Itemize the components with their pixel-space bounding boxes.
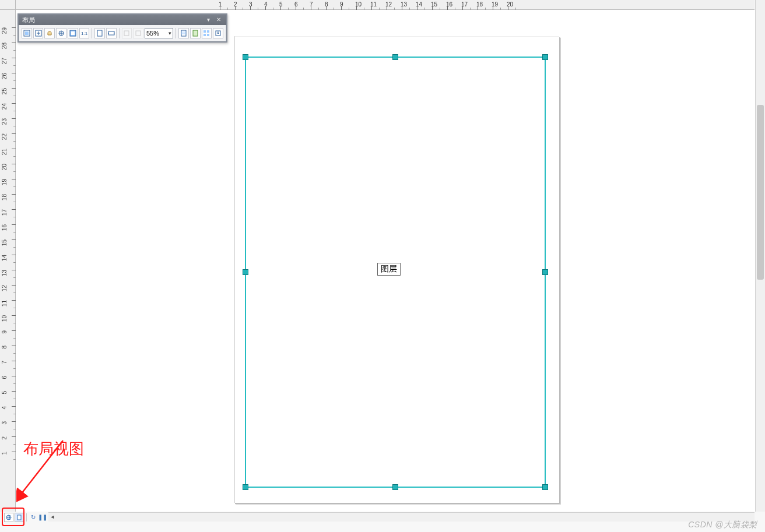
- handle-left[interactable]: [243, 269, 248, 275]
- svg-rect-10: [108, 31, 114, 35]
- layout-canvas[interactable]: 图层: [16, 10, 755, 512]
- svg-rect-12: [136, 31, 141, 36]
- fit-width-button[interactable]: [106, 28, 117, 38]
- ruler-tick: 21: [0, 149, 16, 164]
- ruler-tick: 6: [0, 376, 16, 391]
- zoom-selected-button[interactable]: [68, 28, 78, 38]
- ruler-tick: 16: [0, 224, 16, 239]
- ruler-tick: 8: [326, 0, 341, 10]
- handle-bottom-left[interactable]: [243, 484, 248, 490]
- ruler-tick: 25: [0, 88, 16, 103]
- grid-options-icon: [203, 30, 210, 37]
- one-to-one-icon: 1:1: [80, 30, 87, 37]
- vertical-scrollbar[interactable]: [755, 0, 765, 512]
- ruler-tick: 8: [0, 346, 16, 361]
- ruler-tick: 11: [0, 300, 16, 315]
- page-icon: [16, 515, 22, 520]
- ruler-tick: 3: [0, 421, 16, 436]
- ruler-tick: 5: [0, 391, 16, 406]
- vertical-ruler: 2928272625242322212019181716151413121110…: [0, 10, 16, 512]
- ruler-tick: 22: [0, 133, 16, 149]
- ruler-tick: 19: [493, 0, 508, 10]
- grid-options-button[interactable]: [202, 28, 212, 38]
- export-button[interactable]: [213, 28, 223, 38]
- status-separator: [26, 513, 27, 522]
- ruler-tick: 1: [0, 452, 16, 467]
- panel-body: 1:1 55%: [19, 25, 226, 41]
- ruler-tick: 26: [0, 73, 16, 88]
- ruler-tick: 28: [0, 43, 16, 58]
- handle-bottom-right[interactable]: [542, 484, 548, 490]
- svg-rect-11: [124, 31, 129, 36]
- ruler-tick: 18: [478, 0, 493, 10]
- handle-top-right[interactable]: [542, 54, 548, 60]
- disabled-2-icon: [135, 30, 142, 37]
- ruler-tick: 17: [0, 209, 16, 224]
- page-setup-button[interactable]: [190, 28, 201, 38]
- svg-rect-21: [17, 515, 21, 520]
- horizontal-scrollbar[interactable]: ◄: [48, 512, 755, 522]
- handle-bottom[interactable]: [392, 484, 398, 490]
- ruler-tick: 13: [402, 0, 417, 10]
- svg-rect-14: [193, 30, 198, 36]
- svg-rect-18: [207, 34, 209, 36]
- app-root: 1234567891011121314151617181920 29282726…: [0, 0, 765, 532]
- horizontal-ruler: 1234567891011121314151617181920: [16, 0, 755, 10]
- handle-top[interactable]: [392, 54, 398, 60]
- ruler-tick: 2: [235, 0, 250, 10]
- ruler-tick: 3: [250, 0, 265, 10]
- pan-extent-icon: [23, 30, 30, 37]
- ruler-tick: 24: [0, 103, 16, 118]
- ruler-tick: 14: [417, 0, 432, 10]
- ruler-tick: 17: [462, 0, 478, 10]
- pan-hand-button[interactable]: [44, 28, 55, 38]
- panel-titlebar[interactable]: 布局 ▾ ✕: [19, 15, 226, 25]
- svg-rect-7: [71, 31, 75, 35]
- svg-rect-16: [207, 30, 209, 33]
- zoom-in-icon: [35, 30, 42, 37]
- ruler-tick: 20: [508, 0, 523, 10]
- toolbar-separator: [119, 28, 120, 38]
- vertical-scroll-thumb[interactable]: [757, 105, 764, 280]
- layout-view-button[interactable]: [15, 513, 24, 522]
- pause-icon[interactable]: ❚❚: [38, 513, 47, 522]
- watermark-text: CSDN @大脑袋梨: [688, 520, 757, 530]
- ruler-corner: [0, 0, 16, 10]
- fit-page-icon: [96, 30, 103, 37]
- ruler-tick: 12: [0, 285, 16, 300]
- zoom-select[interactable]: 55%: [145, 28, 173, 38]
- layout-toolbar-panel[interactable]: 布局 ▾ ✕ 1:1: [17, 13, 227, 43]
- zoom-in-button[interactable]: [33, 28, 44, 38]
- data-view-button[interactable]: [4, 513, 13, 522]
- handle-right[interactable]: [542, 269, 548, 275]
- pan-extent-button[interactable]: [22, 28, 32, 38]
- ruler-tick: 15: [0, 239, 16, 255]
- scroll-left-icon[interactable]: ◄: [48, 513, 57, 521]
- svg-rect-15: [203, 30, 206, 33]
- ruler-tick: 10: [0, 315, 16, 330]
- ruler-tick: 9: [0, 330, 16, 346]
- panel-close-icon[interactable]: ✕: [215, 16, 223, 24]
- ruler-tick: 18: [0, 194, 16, 209]
- one-to-one-button[interactable]: 1:1: [79, 28, 90, 38]
- zoom-selected-icon: [69, 30, 76, 37]
- ruler-tick: 10: [356, 0, 371, 10]
- export-icon: [215, 30, 222, 37]
- toggle-guides-button[interactable]: [178, 28, 189, 38]
- refresh-icon[interactable]: ↻: [29, 513, 37, 522]
- disabled-button-2: [133, 28, 143, 38]
- panel-menu-icon[interactable]: ▾: [204, 16, 212, 24]
- svg-text:1:1: 1:1: [81, 31, 87, 36]
- toggle-guides-icon: [180, 30, 187, 37]
- view-switch-area: ↻ ❚❚: [4, 512, 47, 522]
- toolbar-separator: [176, 28, 176, 38]
- ruler-tick: 13: [0, 270, 16, 285]
- ruler-tick: 5: [280, 0, 296, 10]
- ruler-tick: 29: [0, 27, 16, 43]
- fit-page-button[interactable]: [94, 28, 105, 38]
- full-extent-button[interactable]: [56, 28, 66, 38]
- ruler-tick: 19: [0, 179, 16, 194]
- ruler-tick: 15: [432, 0, 447, 10]
- ruler-tick: 7: [311, 0, 326, 10]
- handle-top-left[interactable]: [243, 54, 248, 60]
